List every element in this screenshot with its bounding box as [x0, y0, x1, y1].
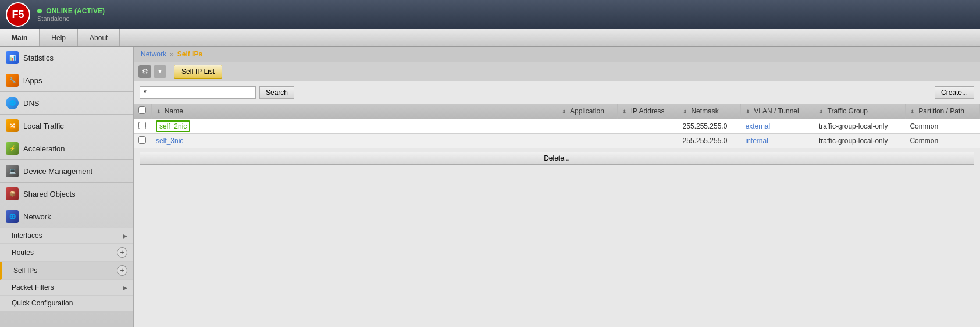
- sidebar-subitem-selfips-label: Self IPs: [13, 266, 37, 275]
- sidebar-label-local-traffic: Local Traffic: [23, 122, 64, 130]
- local-traffic-icon: 🔀: [6, 119, 19, 132]
- status-dot: [37, 9, 42, 13]
- toolbar: ⚙ ▼ Self IP List: [134, 62, 980, 81]
- acceleration-icon: ⚡: [6, 142, 19, 155]
- row2-application-cell: [557, 134, 618, 148]
- row1-name-link[interactable]: self_2nic: [156, 120, 190, 132]
- status-online: ONLINE (ACTIVE): [37, 7, 105, 15]
- row1-ip-cell: [618, 119, 678, 134]
- table-row: self_2nic 255.255.255.0 external: [134, 119, 980, 134]
- row2-partition-cell: Common: [905, 134, 979, 148]
- ip-sort-icon: ⬍: [622, 109, 627, 115]
- sidebar-item-local-traffic[interactable]: 🔀 Local Traffic: [0, 115, 133, 137]
- select-all-checkbox[interactable]: [138, 106, 146, 114]
- row1-checkbox[interactable]: [138, 122, 146, 129]
- self-ip-list-tab[interactable]: Self IP List: [174, 65, 222, 79]
- sidebar-label-device-management: Device Management: [23, 167, 92, 176]
- iapps-icon: 🔧: [6, 74, 19, 87]
- breadcrumb: Network » Self IPs: [134, 47, 980, 62]
- partition-sort-icon: ⬍: [910, 109, 915, 115]
- self-ip-table: ⬍ Name ⬍ Application ⬍ IP Address ⬍: [134, 104, 980, 148]
- sidebar-item-acceleration[interactable]: ⚡ Acceleration: [0, 137, 133, 160]
- row2-vlan-cell: internal: [740, 134, 814, 148]
- table-header-netmask[interactable]: ⬍ Netmask: [678, 104, 741, 119]
- row1-name-cell: self_2nic: [151, 119, 557, 134]
- sidebar-subitem-quick-config[interactable]: Quick Configuration: [0, 296, 133, 311]
- sidebar-subitem-quickconfig-label: Quick Configuration: [12, 299, 73, 307]
- search-left: Search: [140, 86, 294, 99]
- sidebar-subitem-self-ips[interactable]: Self IPs +: [0, 262, 133, 280]
- tab-main[interactable]: Main: [0, 29, 40, 46]
- routes-plus-icon: +: [117, 247, 127, 258]
- sidebar-label-network: Network: [23, 212, 51, 221]
- search-bar: Search Create...: [134, 81, 980, 104]
- table-header-vlan-tunnel[interactable]: ⬍ VLAN / Tunnel: [740, 104, 814, 119]
- row2-vlan-link[interactable]: internal: [745, 137, 768, 145]
- sidebar-label-iapps: iApps: [23, 76, 42, 85]
- top-header: F5 ONLINE (ACTIVE) Standalone: [0, 0, 980, 29]
- selfips-plus-icon: +: [117, 265, 127, 276]
- breadcrumb-current: Self IPs: [177, 50, 202, 58]
- table-body: self_2nic 255.255.255.0 external: [134, 119, 980, 148]
- delete-button[interactable]: Delete...: [140, 152, 974, 165]
- breadcrumb-arrow: »: [170, 50, 174, 58]
- sidebar-subitem-interfaces[interactable]: Interfaces ▶: [0, 228, 133, 244]
- packetfilters-arrow-icon: ▶: [123, 285, 127, 291]
- sidebar-item-dns[interactable]: 🌐 DNS: [0, 92, 133, 115]
- table-wrapper: ⬍ Name ⬍ Application ⬍ IP Address ⬍: [134, 104, 980, 148]
- row1-netmask-cell: 255.255.255.0: [678, 119, 741, 134]
- table-header-partition-path[interactable]: ⬍ Partition / Path: [905, 104, 979, 119]
- row2-ip-cell: [618, 134, 678, 148]
- sidebar-label-shared-objects: Shared Objects: [23, 190, 76, 198]
- content-area: Network » Self IPs ⚙ ▼ Self IP List Sear…: [134, 47, 980, 327]
- device-management-icon: 💻: [6, 165, 19, 177]
- interfaces-arrow-icon: ▶: [123, 233, 127, 239]
- vlan-sort-icon: ⬍: [746, 109, 750, 115]
- main-layout: 📊 Statistics 🔧 iApps 🌐 DNS 🔀 Local Traff…: [0, 47, 980, 327]
- name-sort-icon: ⬍: [156, 109, 161, 115]
- row1-partition-cell: Common: [905, 119, 979, 134]
- traffic-sort-icon: ⬍: [819, 109, 824, 115]
- sidebar-item-device-management[interactable]: 💻 Device Management: [0, 160, 133, 183]
- sidebar-label-statistics: Statistics: [23, 54, 54, 62]
- netmask-sort-icon: ⬍: [683, 109, 687, 115]
- network-icon: 🌐: [6, 210, 19, 223]
- stats-icon: 📊: [6, 51, 19, 64]
- sidebar-item-shared-objects[interactable]: 📦 Shared Objects: [0, 183, 133, 205]
- sidebar-item-statistics[interactable]: 📊 Statistics: [0, 47, 133, 69]
- search-input[interactable]: [140, 86, 256, 99]
- toolbar-divider: [170, 66, 170, 77]
- breadcrumb-network[interactable]: Network: [141, 50, 166, 58]
- table-header-ip-address[interactable]: ⬍ IP Address: [618, 104, 678, 119]
- sidebar-subitem-routes[interactable]: Routes +: [0, 244, 133, 262]
- dropdown-arrow-button[interactable]: ▼: [154, 65, 166, 78]
- sidebar-subitem-interfaces-label: Interfaces: [12, 232, 42, 240]
- sidebar-item-iapps[interactable]: 🔧 iApps: [0, 69, 133, 92]
- create-button[interactable]: Create...: [935, 86, 974, 99]
- row2-traffic-group-cell: traffic-group-local-only: [814, 134, 905, 148]
- sidebar: 📊 Statistics 🔧 iApps 🌐 DNS 🔀 Local Traff…: [0, 47, 134, 327]
- sidebar-subitem-packet-filters[interactable]: Packet Filters ▶: [0, 280, 133, 296]
- row2-checkbox-cell: [134, 134, 151, 148]
- table-header-row: ⬍ Name ⬍ Application ⬍ IP Address ⬍: [134, 104, 980, 119]
- search-button[interactable]: Search: [259, 86, 294, 99]
- row1-checkbox-cell: [134, 119, 151, 134]
- tab-help[interactable]: Help: [40, 29, 78, 46]
- table-header-application[interactable]: ⬍ Application: [557, 104, 618, 119]
- row1-vlan-link[interactable]: external: [745, 122, 770, 130]
- nav-tabs: Main Help About: [0, 29, 980, 47]
- table-header-name[interactable]: ⬍ Name: [151, 104, 557, 119]
- row1-vlan-cell: external: [740, 119, 814, 134]
- application-sort-icon: ⬍: [562, 109, 566, 115]
- table-row: self_3nic 255.255.255.0 internal: [134, 134, 980, 148]
- gear-button[interactable]: ⚙: [138, 65, 151, 78]
- status-block: ONLINE (ACTIVE) Standalone: [37, 7, 105, 22]
- sidebar-item-network[interactable]: 🌐 Network: [0, 205, 133, 228]
- f5-logo: F5: [6, 2, 30, 27]
- row1-application-cell: [557, 119, 618, 134]
- table-header-traffic-group[interactable]: ⬍ Traffic Group: [814, 104, 905, 119]
- tab-about[interactable]: About: [78, 29, 120, 46]
- row1-traffic-group-cell: traffic-group-local-only: [814, 119, 905, 134]
- row2-checkbox[interactable]: [138, 136, 146, 144]
- row2-name-link[interactable]: self_3nic: [156, 137, 183, 145]
